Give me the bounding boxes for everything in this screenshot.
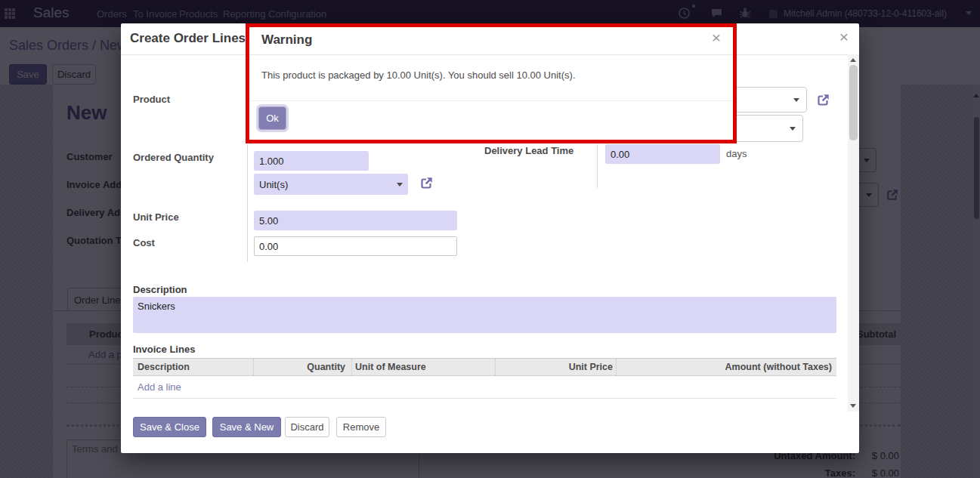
caret-down-icon xyxy=(790,127,796,131)
col-unit-price: Unit Price xyxy=(496,359,617,375)
dialog-scrollbar[interactable] xyxy=(848,54,859,412)
cost-label: Cost xyxy=(133,237,155,248)
dialog-discard-button[interactable]: Discard xyxy=(285,417,329,437)
ok-button[interactable]: Ok xyxy=(258,106,286,130)
invoice-lines-label: Invoice Lines xyxy=(133,344,195,355)
delivery-lead-time-unit: days xyxy=(726,148,747,159)
caret-down-icon xyxy=(793,98,799,102)
delivery-lead-time-input[interactable] xyxy=(605,144,720,164)
table-bottom-divider xyxy=(133,398,836,399)
col-quantity: Quantity xyxy=(254,359,352,375)
ordered-quantity-input[interactable] xyxy=(254,151,369,171)
description-textarea[interactable]: Snickers xyxy=(133,297,836,333)
form-column-divider xyxy=(597,144,598,188)
unit-price-label: Unit Price xyxy=(133,211,179,223)
invoice-lines-table-header: Description Quantity Unit of Measure Uni… xyxy=(133,358,836,376)
save-and-close-button[interactable]: Save & Close xyxy=(133,417,206,437)
warning-title: Warning xyxy=(261,32,312,48)
col-amount-without-taxes: Amount (without Taxes) xyxy=(617,359,836,375)
scroll-down-icon[interactable] xyxy=(850,404,856,408)
cost-input[interactable] xyxy=(254,236,457,256)
external-link-icon[interactable] xyxy=(418,175,434,192)
col-description: Description xyxy=(133,359,254,375)
col-unit-of-measure: Unit of Measure xyxy=(352,359,496,375)
remove-button[interactable]: Remove xyxy=(336,417,386,437)
warning-header-divider xyxy=(249,54,733,55)
add-a-line-link[interactable]: Add a line xyxy=(138,381,181,393)
delivery-lead-time-label: Delivery Lead Time xyxy=(484,145,573,156)
ordered-quantity-label: Ordered Quantity xyxy=(133,152,214,163)
uom-select[interactable]: Unit(s) xyxy=(254,174,408,195)
warning-message: This product is packaged by 10.00 Unit(s… xyxy=(261,69,576,81)
warning-close-icon[interactable]: × xyxy=(712,31,721,45)
close-icon[interactable]: × xyxy=(839,30,849,44)
scroll-up-icon[interactable] xyxy=(850,58,856,62)
external-link-icon[interactable] xyxy=(815,92,831,109)
dialog-scrollbar-thumb[interactable] xyxy=(849,65,858,140)
screen: Sales Orders To Invoice Products Reporti… xyxy=(0,0,980,478)
warning-footer-divider xyxy=(249,100,733,101)
save-and-new-button[interactable]: Save & New xyxy=(212,417,281,437)
description-label: Description xyxy=(133,284,187,295)
warning-dialog: Warning × This product is packaged by 10… xyxy=(246,23,737,143)
caret-down-icon xyxy=(397,183,403,187)
unit-price-input[interactable] xyxy=(254,211,457,230)
dialog-title: Create Order Lines xyxy=(130,31,246,46)
uom-selected-value: Unit(s) xyxy=(259,179,288,190)
form-column-divider xyxy=(247,144,248,262)
product-label: Product xyxy=(133,94,170,105)
